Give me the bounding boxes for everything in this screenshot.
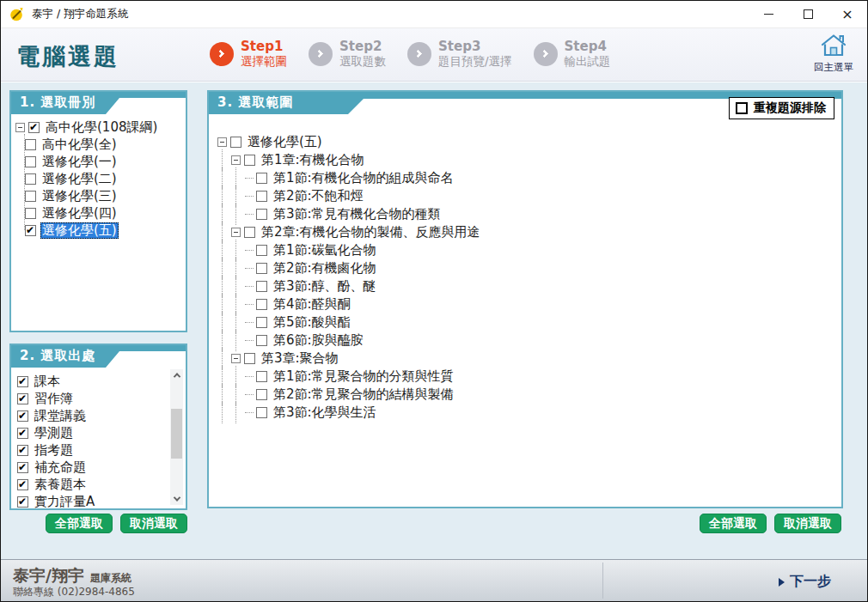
range-item[interactable]: 選修化學(五) [217, 133, 841, 151]
range-item[interactable]: 第1節:碳氫化合物 [217, 241, 841, 259]
checkbox[interactable] [256, 263, 267, 274]
step-3[interactable]: Step3題目預覽/選擇 [407, 40, 512, 68]
checkbox[interactable] [256, 407, 267, 418]
range-label[interactable]: 第1節:碳氫化合物 [272, 242, 378, 258]
range-select-all-button[interactable]: 全部選取 [700, 514, 767, 533]
range-label[interactable]: 第5節:酸與酯 [272, 314, 352, 331]
source-item[interactable]: 學測題 [17, 424, 186, 441]
range-label[interactable]: 第3章:聚合物 [260, 350, 340, 367]
checkbox[interactable] [17, 479, 28, 490]
range-label[interactable]: 第1章:有機化合物 [260, 152, 366, 168]
scrollbar-thumb[interactable] [171, 409, 182, 459]
source-label[interactable]: 素養題本 [33, 477, 88, 493]
close-button[interactable]: × [828, 1, 867, 27]
checkbox[interactable] [256, 173, 267, 184]
source-item[interactable]: 素養題本 [17, 476, 186, 493]
step-4[interactable]: Step4輸出試題 [534, 40, 611, 68]
range-item[interactable]: 第3節:醇、酚、醚 [217, 277, 841, 295]
step-2[interactable]: Step2選取題數 [309, 40, 386, 68]
range-deselect-button[interactable]: 取消選取 [774, 514, 841, 533]
range-item[interactable]: 第2節:常見聚合物的結構與製備 [217, 386, 841, 404]
range-label[interactable]: 第3節:醇、酚、醚 [272, 278, 378, 295]
source-label[interactable]: 學測題 [33, 425, 75, 441]
source-item[interactable]: 補充命題 [17, 459, 186, 476]
checkbox[interactable] [25, 173, 36, 185]
book-item[interactable]: 選修化學(四) [15, 204, 186, 222]
book-item[interactable]: 高中化學(全) [15, 136, 186, 153]
book-item[interactable]: 選修化學(五) [15, 222, 186, 239]
source-item[interactable]: 習作簿 [17, 390, 186, 407]
checkbox[interactable] [244, 353, 255, 364]
checkbox[interactable] [17, 376, 28, 387]
checkbox[interactable] [256, 245, 267, 256]
maximize-button[interactable] [788, 1, 828, 27]
source-item[interactable]: 課本 [17, 373, 186, 390]
range-item[interactable]: 第3章:聚合物 [217, 350, 841, 368]
source-item[interactable]: 實力評量A [17, 493, 186, 508]
book-item[interactable]: 選修化學(一) [15, 153, 186, 170]
range-item[interactable]: 第2節:不飽和烴 [217, 187, 841, 205]
checkbox[interactable] [25, 139, 36, 150]
checkbox[interactable] [244, 155, 255, 166]
checkbox[interactable] [25, 191, 36, 202]
range-label[interactable]: 第1節:有機化合物的組成與命名 [272, 170, 455, 186]
range-item[interactable]: 第2節:有機鹵化物 [217, 259, 841, 277]
minimize-button[interactable] [749, 1, 788, 27]
source-label[interactable]: 課本 [33, 374, 62, 390]
range-label[interactable]: 第2節:不飽和烴 [272, 188, 365, 204]
range-label[interactable]: 第3節:化學與生活 [272, 404, 378, 421]
range-item[interactable]: 第3節:化學與生活 [217, 404, 841, 422]
range-label[interactable]: 第2章:有機化合物的製備、反應與用途 [260, 224, 482, 240]
range-item[interactable]: 第6節:胺與醯胺 [217, 331, 841, 350]
range-item[interactable]: 第5節:酸與酯 [217, 313, 841, 331]
checkbox[interactable] [256, 209, 267, 220]
collapse-expander[interactable] [217, 137, 227, 147]
checkbox[interactable] [244, 227, 255, 238]
source-scrollbar[interactable] [170, 369, 183, 505]
checkbox[interactable] [17, 428, 28, 439]
range-label[interactable]: 第6節:胺與醯胺 [272, 332, 365, 349]
book-label[interactable]: 選修化學(一) [40, 154, 119, 170]
range-label[interactable]: 第2節:常見聚合物的結構與製備 [272, 386, 455, 403]
range-label[interactable]: 第4節:醛與酮 [272, 296, 352, 313]
range-label[interactable]: 第3節:常見有機化合物的種類 [272, 206, 443, 222]
source-label[interactable]: 實力評量A [33, 494, 96, 509]
range-label[interactable]: 第2節:有機鹵化物 [272, 260, 378, 277]
book-label[interactable]: 選修化學(二) [40, 171, 119, 187]
collapse-expander[interactable] [231, 354, 241, 363]
range-item[interactable]: 第3節:常見有機化合物的種類 [217, 205, 841, 223]
scroll-down-icon[interactable] [170, 493, 183, 505]
checkbox[interactable] [256, 299, 267, 310]
range-item[interactable]: 第2章:有機化合物的製備、反應與用途 [217, 223, 841, 241]
range-label[interactable]: 第1節:常見聚合物的分類與性質 [272, 368, 455, 385]
book-label[interactable]: 選修化學(五) [40, 222, 119, 239]
book-root-item[interactable]: 高中化學(108課綱) [15, 119, 186, 136]
checkbox[interactable] [17, 496, 28, 508]
collapse-expander[interactable] [15, 123, 25, 132]
book-item[interactable]: 選修化學(二) [15, 170, 186, 187]
checkbox[interactable] [256, 317, 267, 328]
duplicate-filter-checkbox[interactable] [736, 102, 748, 114]
book-label[interactable]: 選修化學(四) [40, 205, 119, 222]
book-item[interactable]: 選修化學(三) [15, 187, 186, 204]
checkbox[interactable] [256, 371, 267, 382]
books-deselect-button[interactable]: 取消選取 [120, 514, 187, 533]
checkbox[interactable] [230, 137, 241, 148]
source-label[interactable]: 課堂講義 [33, 408, 88, 424]
range-item[interactable]: 第1節:有機化合物的組成與命名 [217, 169, 841, 187]
home-button[interactable]: 回主選單 [807, 33, 860, 74]
collapse-expander[interactable] [231, 228, 241, 237]
range-item[interactable]: 第1章:有機化合物 [217, 151, 841, 169]
book-label[interactable]: 高中化學(全) [40, 137, 119, 153]
checkbox[interactable] [256, 281, 267, 292]
checkbox[interactable] [25, 208, 36, 219]
checkbox[interactable] [28, 122, 40, 133]
checkbox[interactable] [17, 410, 28, 422]
checkbox[interactable] [25, 225, 36, 236]
checkbox[interactable] [256, 389, 267, 400]
books-select-all-button[interactable]: 全部選取 [46, 514, 113, 533]
range-label[interactable]: 選修化學(五) [246, 134, 324, 150]
checkbox[interactable] [17, 393, 28, 404]
collapse-expander[interactable] [231, 155, 241, 165]
source-item[interactable]: 課堂講義 [17, 407, 186, 424]
